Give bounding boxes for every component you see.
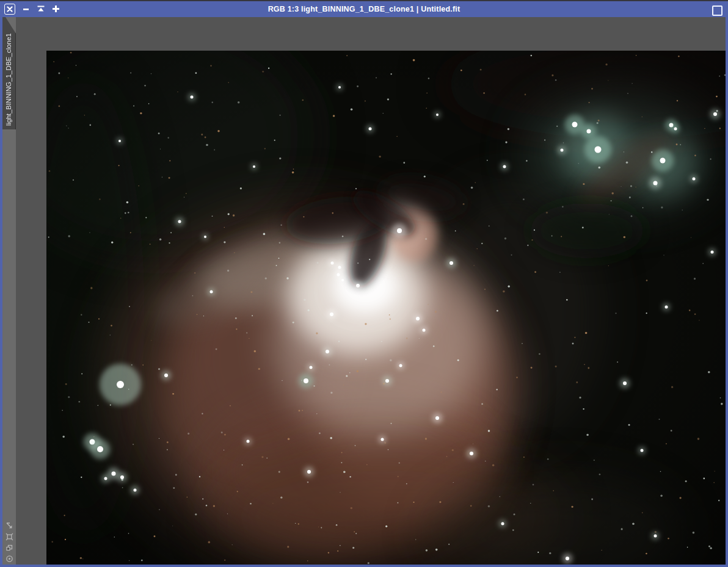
maximize-button[interactable]: [712, 5, 723, 16]
image-tab-label: light_BINNING_1_DBE_clone1: [5, 21, 12, 126]
window-border-left[interactable]: [0, 0, 2, 567]
view-control-icons: [2, 521, 16, 563]
zoom-button[interactable]: [53, 4, 59, 15]
window-border-bottom[interactable]: [0, 565, 728, 567]
minimize-icon: [23, 4, 29, 15]
window-title: RGB 1:3 light_BINNING_1_DBE_clone1 | Unt…: [0, 5, 728, 13]
title-bar[interactable]: RGB 1:3 light_BINNING_1_DBE_clone1 | Unt…: [0, 0, 728, 17]
fit-view-icon[interactable]: [5, 532, 14, 541]
cascade-icon[interactable]: [5, 543, 14, 552]
resize-arrow-icon[interactable]: [5, 521, 14, 530]
nebula-svg: [46, 51, 728, 567]
minimize-button[interactable]: [23, 4, 29, 15]
plus-icon: [53, 4, 59, 15]
image-canvas[interactable]: [46, 51, 728, 567]
center-view-icon[interactable]: [5, 554, 14, 563]
vignette-overlay: [46, 51, 728, 567]
shade-button[interactable]: [37, 4, 45, 15]
image-tab[interactable]: light_BINNING_1_DBE_clone1: [2, 17, 16, 129]
side-tab-strip: light_BINNING_1_DBE_clone1: [2, 17, 16, 565]
close-button[interactable]: [4, 4, 15, 15]
window-border-right[interactable]: [726, 0, 728, 567]
workspace: [16, 17, 726, 565]
close-icon: [7, 4, 13, 15]
shade-icon: [37, 4, 45, 15]
image-window: RGB 1:3 light_BINNING_1_DBE_clone1 | Unt…: [0, 0, 728, 567]
